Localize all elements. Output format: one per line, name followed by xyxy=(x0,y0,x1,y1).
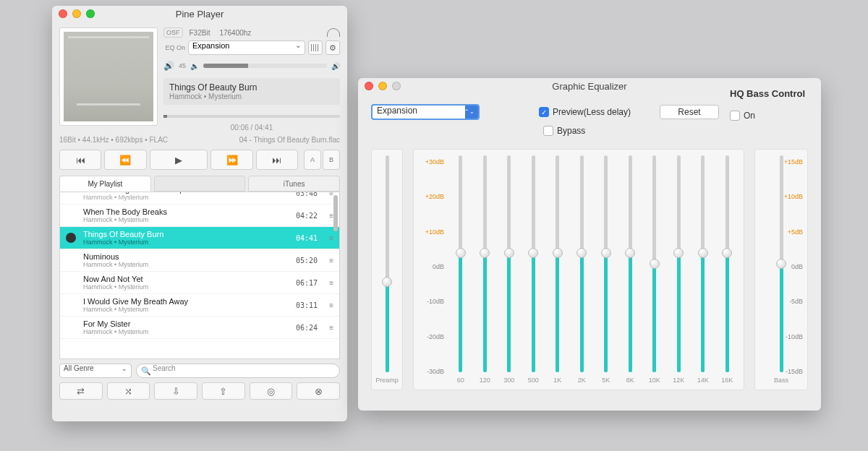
genre-select[interactable]: All Genre xyxy=(59,364,132,378)
track-duration: 05:20 xyxy=(296,257,318,265)
bass-panel: +15dB+10dB+5dB0dB-5dB-10dB-15dB Bass xyxy=(754,149,808,390)
eq-band-slider[interactable] xyxy=(507,155,511,372)
preview-checkbox[interactable] xyxy=(539,107,549,117)
eq-on-label: EQ On xyxy=(163,44,185,51)
reset-button[interactable]: Reset xyxy=(660,105,719,119)
export-button[interactable]: ⇧ xyxy=(202,382,245,400)
upload-icon: ⇧ xyxy=(219,386,227,397)
slider-thumb[interactable] xyxy=(601,248,611,258)
playlist-scrollbar[interactable] xyxy=(333,195,338,231)
power-button[interactable]: ⊗ xyxy=(297,382,340,400)
ab-b-button[interactable]: B xyxy=(323,150,340,170)
hq-bass-title: HQ Bass Control xyxy=(730,88,808,99)
disc-button[interactable]: ◎ xyxy=(250,382,293,400)
fast-forward-icon: ⏩ xyxy=(226,155,238,166)
shuffle-button[interactable]: ⤭ xyxy=(107,382,150,400)
settings-button[interactable]: ⚙ xyxy=(326,40,340,55)
bypass-checkbox[interactable] xyxy=(543,126,553,136)
search-input[interactable]: 🔍 Search xyxy=(136,364,340,378)
track-title: For My Sister xyxy=(83,319,148,328)
row-menu-icon[interactable]: ≡ xyxy=(329,234,333,242)
slider-thumb[interactable] xyxy=(576,248,587,258)
eq-band-slider[interactable] xyxy=(556,155,559,372)
preamp-slider[interactable] xyxy=(386,155,389,372)
search-icon: 🔍 xyxy=(141,366,151,376)
slider-thumb[interactable] xyxy=(504,248,514,258)
row-menu-icon[interactable]: ≡ xyxy=(329,324,333,332)
eq-band-slider[interactable] xyxy=(459,155,462,372)
track-title: When The Body Breaks xyxy=(83,207,167,216)
next-track-button[interactable]: ⏭ xyxy=(256,150,298,170)
bypass-checkbox-row[interactable]: Bypass xyxy=(543,126,808,136)
hq-on-checkbox-row[interactable]: On xyxy=(730,111,808,121)
track-duration: 04:22 xyxy=(296,212,318,220)
bass-slider[interactable] xyxy=(780,155,783,372)
playlist-row[interactable]: For My SisterHammock • Mysterium06:24≡ xyxy=(60,317,339,339)
slider-thumb[interactable] xyxy=(722,248,732,258)
slider-thumb[interactable] xyxy=(553,248,563,258)
eq-sliders-button[interactable] xyxy=(308,40,323,55)
slider-thumb[interactable] xyxy=(625,248,635,258)
genre-value: All Genre xyxy=(64,364,94,372)
eq-band-slider[interactable] xyxy=(580,155,584,372)
rewind-button[interactable]: ⏪ xyxy=(104,150,146,170)
tab-itunes[interactable]: iTunes xyxy=(248,176,340,192)
preset-value: Expansion xyxy=(192,41,229,50)
eq-band-slider[interactable] xyxy=(483,155,487,372)
slider-thumb[interactable] xyxy=(650,259,660,269)
sliders-icon xyxy=(311,44,320,51)
eq-band-slider[interactable] xyxy=(629,155,632,372)
volume-down-icon[interactable]: 🔈 xyxy=(190,62,199,70)
row-menu-icon[interactable]: ≡ xyxy=(329,279,333,287)
playlist-row[interactable]: Dust Swirling Into Your ShapeHammock • M… xyxy=(60,192,339,205)
eq-band-slider[interactable] xyxy=(701,155,705,372)
band-freq-label: 10K xyxy=(649,377,660,384)
now-playing-title: Things Of Beauty Burn xyxy=(169,82,334,93)
eq-preset-value: Expansion xyxy=(377,106,417,116)
row-menu-icon[interactable]: ≡ xyxy=(329,257,333,265)
preset-select[interactable]: Expansion xyxy=(188,40,305,55)
playlist-row[interactable]: When The Body BreaksHammock • Mysterium0… xyxy=(60,205,339,227)
eq-band-slider[interactable] xyxy=(652,155,656,372)
prev-track-button[interactable]: ⏮ xyxy=(59,150,101,170)
progress-bar[interactable] xyxy=(163,115,340,118)
volume-slider[interactable] xyxy=(203,64,327,68)
track-duration: 06:17 xyxy=(296,279,318,287)
eq-preset-select[interactable]: Expansion ⌃⌄ xyxy=(371,104,480,120)
play-icon: ▶ xyxy=(175,155,182,166)
slider-thumb[interactable] xyxy=(382,277,392,287)
playlist-row[interactable]: NuminousHammock • Mysterium05:20≡ xyxy=(60,249,339,272)
player-titlebar[interactable]: Pine Player xyxy=(52,6,347,22)
preview-checkbox-row[interactable]: Preview(Less delay) xyxy=(539,107,631,117)
playlist-row[interactable]: I Would Give My Breath AwayHammock • Mys… xyxy=(60,294,339,317)
download-icon: ⇩ xyxy=(172,386,180,397)
tab-blank[interactable] xyxy=(154,176,246,192)
slider-thumb[interactable] xyxy=(673,248,684,258)
playlist-row[interactable]: Things Of Beauty BurnHammock • Mysterium… xyxy=(60,227,339,249)
row-menu-icon[interactable]: ≡ xyxy=(329,301,333,309)
eq-band-slider[interactable] xyxy=(604,155,608,372)
track-title: Now And Not Yet xyxy=(83,275,148,283)
tab-my-playlist[interactable]: My Playlist xyxy=(59,176,151,192)
eq-band-slider[interactable] xyxy=(532,155,535,372)
file-meta-right: 04 - Things Of Beauty Burn.flac xyxy=(239,136,340,144)
scale-label: 0dB xyxy=(418,263,444,270)
import-button[interactable]: ⇩ xyxy=(154,382,197,400)
eq-band-slider[interactable] xyxy=(677,155,681,372)
graphic-equalizer-window: Graphic Equalizer Expansion ⌃⌄ Preview(L… xyxy=(358,78,821,411)
hq-on-checkbox[interactable] xyxy=(730,111,740,121)
slider-thumb[interactable] xyxy=(456,248,466,258)
dial-icon[interactable] xyxy=(327,28,340,37)
play-button[interactable]: ▶ xyxy=(150,150,208,170)
eq-band-slider[interactable] xyxy=(726,155,729,372)
ab-a-button[interactable]: A xyxy=(304,150,321,170)
repeat-button[interactable]: ⇄ xyxy=(59,382,103,400)
slider-thumb[interactable] xyxy=(698,248,708,258)
fast-forward-button[interactable]: ⏩ xyxy=(210,150,252,170)
album-art xyxy=(59,27,158,126)
slider-thumb[interactable] xyxy=(480,248,490,258)
slider-thumb[interactable] xyxy=(528,248,538,258)
slider-thumb[interactable] xyxy=(776,259,786,269)
volume-up-icon[interactable]: 🔊 xyxy=(331,62,340,70)
playlist-row[interactable]: Now And Not YetHammock • Mysterium06:17≡ xyxy=(60,272,339,294)
